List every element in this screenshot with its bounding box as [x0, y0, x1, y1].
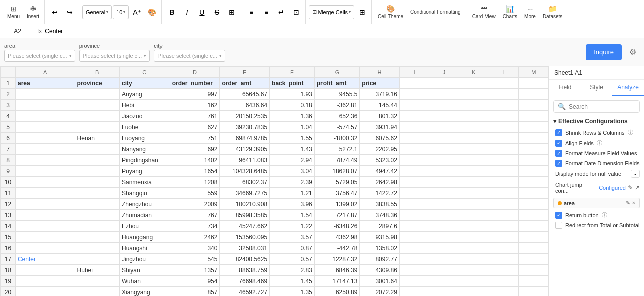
filter-city-label: city — [154, 43, 225, 49]
toolbar: ⊞ Menu ✙ Insert ↩ ↪ General ▾ 10 ▾ A⁺ 🎨 … — [0, 0, 644, 24]
empty-cell — [519, 89, 549, 100]
table-cell: province — [75, 78, 119, 89]
col-header-k[interactable]: K — [459, 67, 489, 78]
row-number: 15 — [1, 232, 16, 243]
align-left-button[interactable]: ≡ — [244, 5, 258, 19]
empty-cell — [399, 199, 429, 210]
table-cell: Jingzhou — [120, 254, 170, 265]
edit-icon[interactable]: ✎ — [628, 184, 633, 191]
empty-cell — [459, 276, 489, 287]
empty-cell — [459, 177, 489, 188]
formula-input[interactable] — [45, 28, 640, 35]
tab-analyze[interactable]: Analyze — [612, 80, 644, 96]
cell-reference: A2 — [4, 28, 34, 35]
undo-button[interactable]: ↩ — [48, 5, 62, 19]
table-row: 20Xiangyang85746592.7271.356250.892072.2… — [1, 287, 549, 297]
chevron-down-icon: ▾ — [123, 10, 125, 14]
empty-cell — [519, 111, 549, 122]
col-header-l[interactable]: L — [489, 67, 519, 78]
empty-cell — [519, 232, 549, 243]
col-header-j[interactable]: J — [429, 67, 459, 78]
table-cell: 85998.3585 — [220, 210, 270, 221]
datasets-button[interactable]: 📁 Datasets — [540, 3, 565, 22]
tab-field[interactable]: Field — [549, 80, 581, 96]
col-header-g[interactable]: G — [314, 67, 360, 78]
border-button[interactable]: ⊞ — [225, 5, 239, 19]
return-button-checkbox[interactable]: ✓ — [555, 212, 562, 219]
underline-button[interactable]: U — [195, 5, 209, 19]
align-center-button[interactable]: ≡ — [259, 5, 273, 19]
table-cell — [15, 265, 75, 276]
col-header-e[interactable]: E — [220, 67, 270, 78]
bold-button[interactable]: B — [165, 5, 179, 19]
section-title[interactable]: ▾ Effective Configurations — [553, 118, 640, 125]
edit-icon[interactable]: ✎ — [626, 200, 630, 206]
col-header-b[interactable]: B — [75, 67, 119, 78]
table-cell: Zhengzhou — [120, 199, 170, 210]
italic-button[interactable]: I — [180, 5, 194, 19]
filter-city-select[interactable]: Please select (single c... ▾ — [154, 50, 225, 62]
search-input[interactable] — [569, 103, 644, 110]
table-cell: 145.44 — [360, 100, 399, 111]
card-view-button[interactable]: 🗃 Card View — [469, 3, 499, 22]
null-display-value[interactable]: - — [631, 170, 640, 178]
filter-area-select[interactable]: Please select (single c... ▾ — [4, 50, 75, 62]
col-header-f[interactable]: F — [270, 67, 315, 78]
settings-icon[interactable]: ⚙ — [626, 45, 640, 59]
delete-icon[interactable]: × — [632, 200, 635, 206]
align-fields-checkbox[interactable]: ✓ — [555, 140, 562, 147]
empty-cell — [399, 100, 429, 111]
empty-cell — [489, 122, 519, 133]
merge-icon[interactable]: ⊡ — [289, 5, 303, 19]
table-cell: city — [120, 78, 170, 89]
wrap-button[interactable]: ↵ — [274, 5, 288, 19]
table-row: 6HenanLuoyang75169874.97851.55-1800.3260… — [1, 133, 549, 144]
table-row: 15Huanggang2462153560.0953.574362.989315… — [1, 232, 549, 243]
col-header-c[interactable]: C — [120, 67, 170, 78]
table-cell: 6075.62 — [360, 133, 399, 144]
dataset-icon: 📁 — [548, 5, 557, 13]
inquire-button[interactable]: Inquire — [586, 44, 622, 60]
strikethrough-button[interactable]: S — [210, 5, 224, 19]
empty-cell — [399, 89, 429, 100]
font-size-dropdown[interactable]: 10 ▾ — [113, 5, 129, 19]
conditional-formatting-button[interactable]: Conditional Formatting — [407, 3, 464, 22]
cell-theme-button[interactable]: 🎨 Cell Theme — [375, 3, 406, 22]
null-display-label: Display mode for null value — [555, 171, 631, 177]
table-row: 17CenterJingzhou54582400.56250.5712287.3… — [1, 254, 549, 265]
row-number: 17 — [1, 254, 16, 265]
menu-button[interactable]: ⊞ Menu — [4, 3, 23, 22]
search-box[interactable]: 🔍 — [553, 100, 640, 113]
table-cell: 4309.86 — [360, 265, 399, 276]
merge-cells-dropdown[interactable]: ⊡ Merge Cells ▾ — [309, 5, 354, 19]
redirect-checkbox[interactable] — [555, 222, 562, 229]
table-cell — [15, 177, 75, 188]
empty-cell — [459, 78, 489, 89]
empty-cell — [459, 89, 489, 100]
sheet-scroll[interactable]: A B C D E F G H I J K L M — [0, 66, 549, 296]
empty-cell — [459, 210, 489, 221]
tab-style[interactable]: Style — [581, 80, 612, 96]
table-style-button[interactable]: ⊞ — [355, 5, 369, 19]
charts-button[interactable]: 📊 Charts — [500, 3, 520, 22]
shrink-rows-checkbox[interactable]: ✓ — [555, 129, 562, 136]
font-family-dropdown[interactable]: General ▾ — [82, 5, 112, 19]
format-measure-checkbox[interactable]: ✓ — [555, 150, 562, 157]
empty-cell — [459, 254, 489, 265]
col-header-a[interactable]: A — [15, 67, 75, 78]
col-header-d[interactable]: D — [170, 67, 220, 78]
col-header-h[interactable]: H — [360, 67, 399, 78]
col-header-i[interactable]: I — [399, 67, 429, 78]
col-header-m[interactable]: M — [519, 67, 549, 78]
font-increase-button[interactable]: A⁺ — [130, 5, 144, 19]
insert-button[interactable]: ✙ Insert — [24, 3, 42, 22]
more-button[interactable]: ··· More — [521, 3, 539, 22]
fill-color-button[interactable]: 🎨 — [145, 5, 159, 19]
external-link-icon[interactable]: ↗ — [635, 184, 640, 191]
table-cell[interactable]: Center — [15, 254, 75, 265]
redo-button[interactable]: ↪ — [63, 5, 77, 19]
filter-province-select[interactable]: Please select (single c... ▾ — [79, 50, 150, 62]
row-number: 5 — [1, 122, 16, 133]
table-cell: 9315.98 — [360, 232, 399, 243]
format-date-checkbox[interactable]: ✓ — [555, 160, 562, 167]
